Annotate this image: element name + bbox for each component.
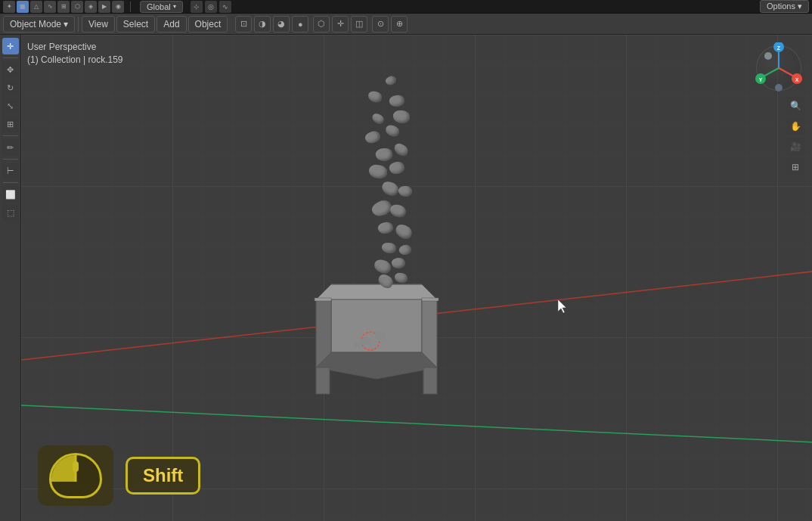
- object-menu[interactable]: Object: [188, 16, 228, 33]
- svg-text:Y: Y: [759, 77, 763, 82]
- transform-indicator: Global ▾ ⊹ ◎ ∿: [134, 1, 240, 13]
- blender-icon[interactable]: ✦: [3, 1, 15, 13]
- zoom-in-btn[interactable]: 🔍: [786, 97, 804, 115]
- bottom-indicators: Shift: [38, 445, 200, 506]
- left-toolbar: ✛ ✥ ↻ ⤡ ⊞ ✏ ⊢ ⬜ ⬚: [0, 35, 21, 521]
- view-overlay-btn[interactable]: ⬡: [313, 16, 330, 33]
- rotate-tool[interactable]: ↻: [2, 79, 19, 96]
- select-menu[interactable]: Select: [116, 16, 155, 33]
- select-box-tool[interactable]: ⬚: [2, 204, 19, 221]
- menu-bar: Object Mode ▾ View Select Add Object ⊡ ◑…: [0, 14, 812, 35]
- annotate-tool[interactable]: ✏: [2, 139, 19, 156]
- svg-rect-11: [315, 298, 331, 301]
- snap-toggle[interactable]: ⊹: [191, 1, 203, 13]
- top-left-icons: ✦ ▦ △ ∿ ⊞ ⬡ ◈ ▶ ◉: [0, 1, 127, 13]
- shift-key-indicator: Shift: [126, 457, 200, 495]
- pan-btn[interactable]: ✋: [786, 117, 804, 135]
- view-gizmo-btn[interactable]: ✛: [332, 16, 349, 33]
- mouse-button-indicator: [38, 445, 113, 506]
- measure-tool[interactable]: ⊢: [2, 163, 19, 179]
- modeling-icon[interactable]: △: [30, 1, 42, 13]
- mouse-scroll-wheel: [73, 461, 79, 472]
- svg-text:X: X: [795, 77, 799, 82]
- 3d-box-object: [308, 269, 460, 408]
- svg-marker-7: [316, 352, 437, 379]
- viewport-shading-wire[interactable]: ⊡: [235, 16, 252, 33]
- scale-tool[interactable]: ⤡: [2, 98, 19, 114]
- navigation-gizmo[interactable]: Z X Y: [753, 42, 804, 94]
- ortho-btn[interactable]: ⊞: [786, 158, 804, 176]
- svg-marker-10: [316, 284, 437, 299]
- move-tool[interactable]: ✥: [2, 61, 19, 78]
- shader-editor-icon[interactable]: ◈: [85, 1, 97, 13]
- viewport-shading-solid[interactable]: ◑: [254, 16, 271, 33]
- transform-orientation[interactable]: ⊕: [391, 16, 408, 33]
- viewport-controls: 🔍 ✋ 🎥 ⊞: [786, 97, 804, 176]
- render-icon[interactable]: ◉: [112, 1, 124, 13]
- sculpting-icon[interactable]: ∿: [44, 1, 56, 13]
- add-cube-tool[interactable]: ⬜: [2, 186, 19, 203]
- xray-btn[interactable]: ◫: [351, 16, 367, 33]
- animation-icon[interactable]: ▶: [98, 1, 110, 13]
- layout-icon[interactable]: ▦: [17, 1, 29, 13]
- object-mode-dropdown[interactable]: Object Mode ▾: [3, 16, 75, 33]
- add-menu[interactable]: Add: [157, 16, 186, 33]
- transform-tool[interactable]: ⊞: [2, 116, 19, 132]
- rock-4: [393, 110, 411, 124]
- uv-icon[interactable]: ⊞: [57, 1, 70, 13]
- svg-point-28: [764, 52, 772, 60]
- view-menu[interactable]: View: [82, 16, 115, 33]
- svg-rect-9: [423, 367, 437, 394]
- camera-btn[interactable]: 🎥: [786, 138, 804, 156]
- svg-rect-8: [316, 367, 330, 394]
- viewport-shading-material[interactable]: ◕: [273, 16, 290, 33]
- snap-icons: ⊹ ◎ ∿: [188, 1, 234, 13]
- cursor-tool[interactable]: ✛: [2, 38, 19, 54]
- viewport-right-overlay: Z X Y 🔍 ✋ 🎥 ⊞: [753, 42, 804, 176]
- rock-17: [382, 243, 396, 253]
- viewport-shading-render[interactable]: ●: [292, 16, 308, 33]
- curve-icon[interactable]: ∿: [219, 1, 231, 13]
- proportional-edit[interactable]: ◎: [205, 1, 217, 13]
- svg-rect-12: [422, 298, 439, 301]
- top-engine-bar: ✦ ▦ △ ∿ ⊞ ⬡ ◈ ▶ ◉ Global ▾ ⊹ ◎ ∿ Options…: [0, 0, 812, 14]
- transform-pivot[interactable]: ⊙: [372, 16, 389, 33]
- options-button[interactable]: Options ▾: [760, 0, 809, 13]
- global-transform-btn[interactable]: Global ▾: [140, 1, 183, 13]
- svg-text:Z: Z: [777, 45, 781, 51]
- svg-point-27: [775, 84, 783, 91]
- mouse-body: [49, 453, 102, 498]
- texture-paint-icon[interactable]: ⬡: [71, 1, 83, 13]
